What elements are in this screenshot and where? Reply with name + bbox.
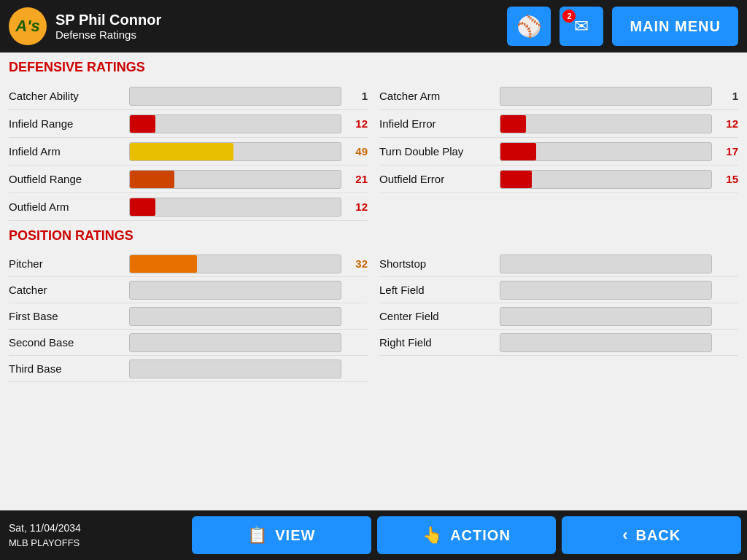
back-label: BACK xyxy=(635,527,681,544)
outfield-arm-bar xyxy=(130,198,155,216)
turn-double-play-label: Turn Double Play xyxy=(379,145,500,158)
shortstop-bar-container xyxy=(500,254,712,273)
view-icon: 📋 xyxy=(247,526,268,545)
infield-range-value: 12 xyxy=(341,117,368,130)
third-base-label: Third Base xyxy=(9,362,129,375)
right-field-label: Right Field xyxy=(379,336,500,349)
catcher-ability-bar xyxy=(130,88,132,105)
defensive-ratings-right: Catcher Arm 1 Infield Error 12 Turn Doub… xyxy=(379,82,738,221)
rating-row-outfield-error: Outfield Error 15 xyxy=(379,166,738,193)
catcher-pos-bar-container xyxy=(129,281,341,300)
action-label: ACTION xyxy=(450,527,511,544)
team-logo: A's xyxy=(9,7,47,45)
position-row-left-field: Left Field xyxy=(379,277,738,303)
position-row-third-base: Third Base xyxy=(9,356,368,382)
main-content: DEFENSIVE RATINGS Catcher Ability 1 Infi… xyxy=(0,52,747,510)
left-field-label: Left Field xyxy=(379,284,500,296)
rating-row-outfield-range: Outfield Range 21 xyxy=(9,166,368,193)
mail-button[interactable]: 2 ✉ xyxy=(560,7,603,46)
rating-row-infield-arm: Infield Arm 49 xyxy=(9,138,368,166)
catcher-arm-value: 1 xyxy=(712,90,738,102)
infield-arm-label: Infield Arm xyxy=(9,145,129,158)
catcher-ability-bar-container xyxy=(129,87,341,106)
pitcher-bar-container xyxy=(129,254,341,273)
action-button[interactable]: 👆 ACTION xyxy=(377,516,557,554)
infield-arm-bar-container xyxy=(129,142,341,161)
infield-error-value: 12 xyxy=(712,117,738,130)
back-button[interactable]: ‹ BACK xyxy=(562,516,741,554)
outfield-range-bar xyxy=(130,171,174,188)
outfield-arm-bar-container xyxy=(129,198,341,217)
header-title: SP Phil Connor Defense Ratings xyxy=(55,12,161,41)
infield-error-bar xyxy=(500,115,526,133)
outfield-range-value: 21 xyxy=(341,173,368,185)
defensive-ratings-title: DEFENSIVE RATINGS xyxy=(9,60,738,77)
catcher-ability-label: Catcher Ability xyxy=(9,90,129,102)
view-button[interactable]: 📋 VIEW xyxy=(192,516,371,554)
turn-double-play-bar-container xyxy=(500,142,712,161)
view-label: VIEW xyxy=(275,527,315,544)
rating-row-outfield-arm: Outfield Arm 12 xyxy=(9,193,368,221)
second-base-label: Second Base xyxy=(9,336,129,349)
infield-arm-bar xyxy=(130,143,233,160)
rating-row-catcher-ability: Catcher Ability 1 xyxy=(9,82,368,110)
position-row-pitcher: Pitcher 32 xyxy=(9,251,368,277)
team-logo-text: A's xyxy=(15,17,39,36)
outfield-arm-value: 12 xyxy=(341,201,368,213)
catcher-ability-value: 1 xyxy=(341,90,368,102)
catcher-pos-label: Catcher xyxy=(9,284,129,296)
outfield-arm-label: Outfield Arm xyxy=(9,201,129,213)
right-field-bar-container xyxy=(500,333,712,352)
infield-range-bar xyxy=(130,115,155,133)
footer: Sat, 11/04/2034 MLB PLAYOFFS 📋 VIEW 👆 AC… xyxy=(0,510,747,560)
position-ratings-left: Pitcher 32 Catcher First Base Second Bas xyxy=(9,251,368,382)
third-base-bar-container xyxy=(129,359,341,378)
position-row-shortstop: Shortstop xyxy=(379,251,738,277)
infield-range-label: Infield Range xyxy=(9,117,129,130)
center-field-label: Center Field xyxy=(379,310,500,322)
mail-icon: ✉ xyxy=(574,16,589,36)
rating-row-turn-double-play: Turn Double Play 17 xyxy=(379,138,738,166)
rating-row-infield-range: Infield Range 12 xyxy=(9,110,368,138)
footer-date: Sat, 11/04/2034 xyxy=(9,521,177,536)
infield-arm-value: 49 xyxy=(341,145,368,158)
team-logo-circle: A's xyxy=(9,7,47,45)
pitcher-bar xyxy=(130,255,197,273)
position-row-right-field: Right Field xyxy=(379,330,738,356)
position-row-center-field: Center Field xyxy=(379,303,738,330)
turn-double-play-value: 17 xyxy=(712,145,738,158)
catcher-arm-bar-container xyxy=(500,87,712,106)
position-ratings-right: Shortstop Left Field Center Field Right … xyxy=(379,251,738,382)
defensive-ratings-left: Catcher Ability 1 Infield Range 12 Infie… xyxy=(9,82,368,221)
footer-info: Sat, 11/04/2034 MLB PLAYOFFS xyxy=(0,515,186,556)
outfield-range-label: Outfield Range xyxy=(9,173,129,185)
back-icon: ‹ xyxy=(622,526,628,545)
baseball-button[interactable]: ⚾ xyxy=(507,7,551,46)
shortstop-label: Shortstop xyxy=(379,257,500,270)
outfield-error-value: 15 xyxy=(712,173,738,185)
outfield-range-bar-container xyxy=(129,170,341,189)
center-field-bar-container xyxy=(500,307,712,326)
header: A's SP Phil Connor Defense Ratings ⚾ 2 ✉… xyxy=(0,0,747,52)
empty-row xyxy=(379,193,738,221)
position-ratings-title: POSITION RATINGS xyxy=(9,228,738,245)
footer-buttons: 📋 VIEW 👆 ACTION ‹ BACK xyxy=(186,516,747,554)
pitcher-value: 32 xyxy=(341,257,368,270)
defensive-ratings-grid: Catcher Ability 1 Infield Range 12 Infie… xyxy=(9,82,738,221)
position-row-catcher: Catcher xyxy=(9,277,368,303)
catcher-arm-label: Catcher Arm xyxy=(379,90,500,102)
first-base-bar-container xyxy=(129,307,341,326)
first-base-label: First Base xyxy=(9,310,129,322)
rating-row-catcher-arm: Catcher Arm 1 xyxy=(379,82,738,110)
second-base-bar-container xyxy=(129,333,341,352)
main-menu-button[interactable]: MAIN MENU xyxy=(612,7,738,46)
outfield-error-bar-container xyxy=(500,170,712,189)
left-field-bar-container xyxy=(500,281,712,300)
position-row-first-base: First Base xyxy=(9,303,368,330)
position-row-second-base: Second Base xyxy=(9,330,368,356)
outfield-error-bar xyxy=(500,171,532,188)
turn-double-play-bar xyxy=(500,143,536,160)
footer-event: MLB PLAYOFFS xyxy=(9,536,177,551)
infield-error-bar-container xyxy=(500,114,712,133)
player-name: SP Phil Connor xyxy=(55,12,161,28)
